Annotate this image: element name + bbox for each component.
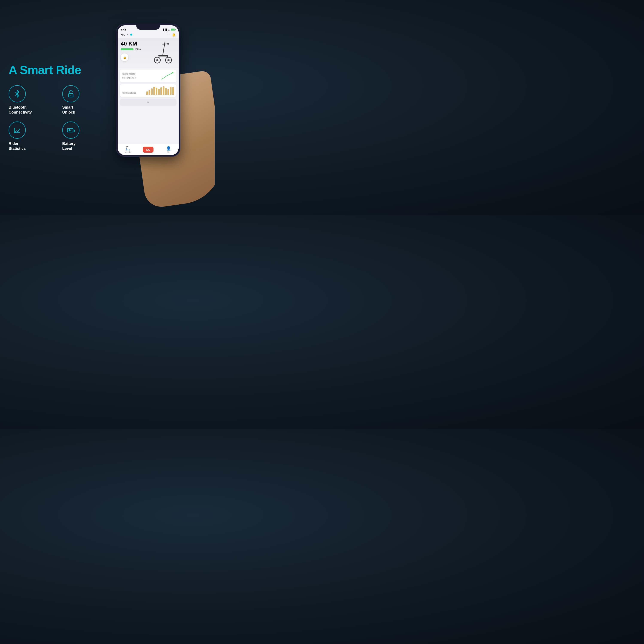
phone-notch (136, 24, 160, 30)
feature-smart-unlock: SmartUnlock (62, 85, 112, 115)
status-icons: ▐▐▐ ▲ (163, 29, 175, 31)
status-time: 6:42 (121, 28, 126, 31)
phone-hand-container: 6:42 ▐▐▐ ▲ NIU ▼ (116, 24, 206, 191)
brand-name: NIU (121, 33, 125, 36)
chevron-down-icon: ▼ (127, 34, 129, 36)
km-display: 40 KM (121, 40, 141, 47)
riding-record-label: Riding record (122, 73, 136, 75)
svg-point-13 (167, 59, 170, 61)
ride-statistics-chart (146, 86, 174, 95)
bar-6 (158, 89, 160, 95)
bottom-nav: 🛴 Vehicle GO 👤 Me (118, 144, 179, 155)
phone-frame: 6:42 ▐▐▐ ▲ NIU ▼ (116, 24, 180, 157)
nav-vehicle[interactable]: 🛴 Vehicle (118, 146, 138, 153)
battery-level-label: BatteryLevel (62, 141, 76, 151)
lock-icon (67, 90, 75, 98)
feature-rider-stats: RiderStatistics (9, 122, 58, 151)
signal-bars-icon: ▐▐▐ (163, 29, 167, 31)
ride-statistics-info: Ride Statistics (122, 92, 136, 95)
headline: A Smart Ride (9, 63, 112, 77)
bar-2 (149, 90, 150, 95)
vehicle-icon: 🛴 (125, 146, 130, 151)
smart-unlock-icon-circle (62, 85, 79, 102)
battery-bar (121, 48, 134, 50)
edit-card[interactable]: ✏ (120, 99, 176, 106)
app-header: NIU ▼ ✱ ··· 🔔 (118, 32, 179, 38)
rider-stats-icon-circle (9, 122, 26, 139)
bar-10 (167, 89, 169, 95)
right-panel: 6:42 ▐▐▐ ▲ NIU ▼ (116, 24, 206, 191)
header-bluetooth-icon: ✱ (130, 33, 132, 36)
bluetooth-label: BluetoothConnectivity (9, 105, 32, 115)
bluetooth-icon (13, 90, 21, 98)
riding-record-info: Riding record 0.11KM/12min (122, 73, 136, 79)
scooter-image (150, 40, 176, 64)
lock-button[interactable]: 🔒 (121, 53, 128, 61)
svg-point-10 (167, 43, 169, 45)
bar-7 (160, 87, 162, 95)
scooter-info: 40 KM 100% 🔒 (121, 40, 141, 61)
bar-1 (146, 91, 148, 95)
bar-3 (151, 88, 153, 95)
battery-level-icon-circle (62, 122, 79, 139)
feature-battery: BatteryLevel (62, 122, 112, 151)
riding-record-card: Riding record 0.11KM/12min (120, 70, 176, 82)
nav-me[interactable]: 👤 Me (158, 146, 179, 153)
nav-go[interactable]: GO (138, 147, 158, 153)
app-header-right: ··· 🔔 (167, 33, 176, 36)
rider-stats-icon (13, 126, 21, 134)
ride-statistics-card: Ride Statistics (120, 84, 176, 97)
ride-statistics-label: Ride Statistics (122, 92, 136, 94)
bar-9 (165, 88, 167, 95)
bar-5 (156, 88, 157, 95)
me-icon: 👤 (166, 146, 171, 151)
svg-point-18 (172, 72, 173, 73)
notification-icon[interactable]: 🔔 (172, 33, 176, 36)
smart-unlock-label: SmartUnlock (62, 105, 75, 115)
go-button[interactable]: GO (143, 147, 153, 153)
bar-12 (172, 87, 174, 95)
wifi-icon: ▲ (168, 29, 170, 31)
ride-cards: Riding record 0.11KM/12min (118, 68, 179, 144)
feature-bluetooth: BluetoothConnectivity (9, 85, 58, 115)
app-header-left: NIU ▼ ✱ (121, 33, 132, 36)
riding-record-chart (161, 72, 174, 80)
rider-stats-label: RiderStatistics (9, 141, 26, 151)
svg-point-15 (156, 59, 158, 61)
scooter-display: 40 KM 100% 🔒 (118, 38, 179, 68)
left-panel: A Smart Ride BluetoothConnectivity (9, 63, 116, 151)
me-label: Me (167, 151, 170, 153)
bar-11 (170, 87, 172, 95)
battery-level-icon (67, 126, 75, 134)
go-label: GO (146, 148, 150, 151)
bluetooth-icon-circle (9, 85, 26, 102)
scooter-svg (153, 40, 172, 64)
features-grid: BluetoothConnectivity SmartUnlock (9, 85, 112, 151)
riding-record-value: 0.11KM/12min (122, 76, 136, 79)
vehicle-label: Vehicle (125, 151, 131, 153)
status-battery-icon (171, 29, 175, 31)
phone-screen: 6:42 ▐▐▐ ▲ NIU ▼ (118, 25, 179, 155)
battery-percentage: 100% (135, 48, 141, 50)
edit-icon: ✏ (147, 100, 149, 104)
more-menu-icon[interactable]: ··· (167, 33, 169, 36)
bar-8 (163, 86, 164, 95)
battery-bar-container: 100% (121, 48, 141, 50)
bar-4 (153, 87, 155, 95)
